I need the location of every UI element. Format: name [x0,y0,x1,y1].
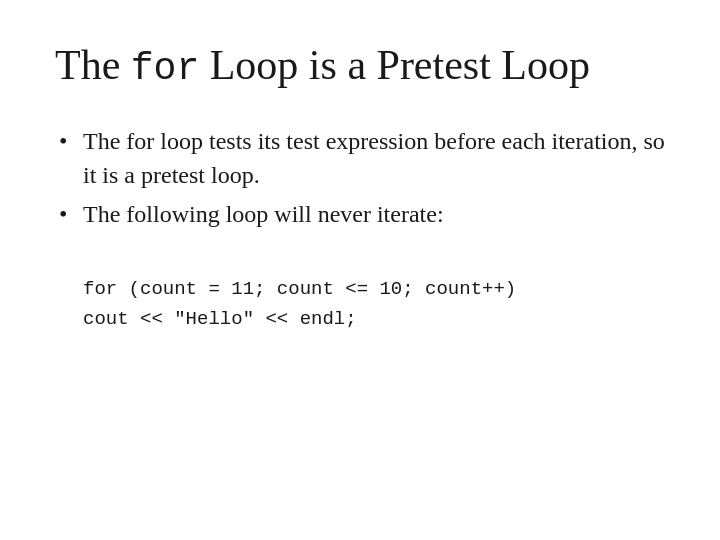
slide: The for Loop is a Pretest Loop The for l… [0,0,720,540]
code-block: for (count = 11; count <= 10; count++) c… [83,274,665,335]
code-line-2: cout << "Hello" << endl; [83,304,665,334]
bullet-text-2: The following loop will never iterate: [83,201,444,227]
bullet-list: The for loop tests its test expression b… [55,124,665,236]
title-code: for [131,47,199,90]
title-suffix: Loop is a Pretest Loop [199,42,590,88]
bullet-text-1: The for loop tests its test expression b… [83,128,665,189]
bullet-item-2: The following loop will never iterate: [55,197,665,232]
code-line-1: for (count = 11; count <= 10; count++) [83,274,665,304]
slide-title: The for Loop is a Pretest Loop [55,40,665,92]
title-prefix: The [55,42,131,88]
bullet-item-1: The for loop tests its test expression b… [55,124,665,194]
